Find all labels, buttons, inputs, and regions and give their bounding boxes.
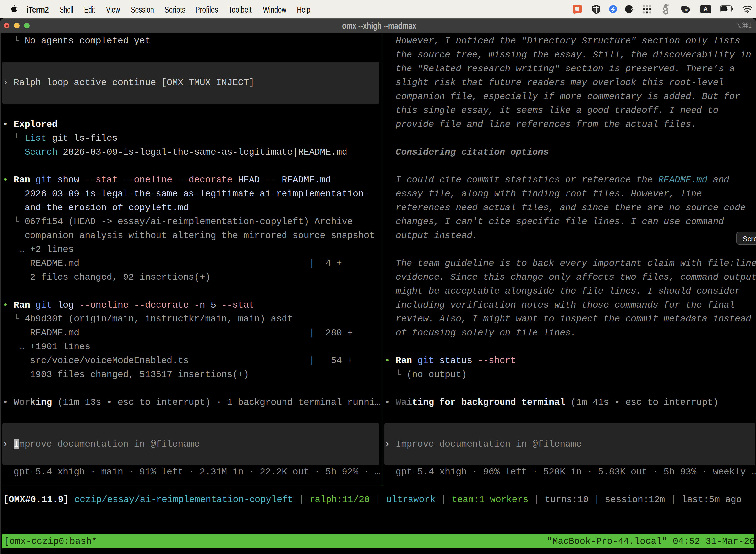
svg-text:1: 1 [748, 22, 752, 29]
svg-text:A: A [703, 6, 708, 12]
svg-text:..61: ..61 [683, 8, 689, 12]
